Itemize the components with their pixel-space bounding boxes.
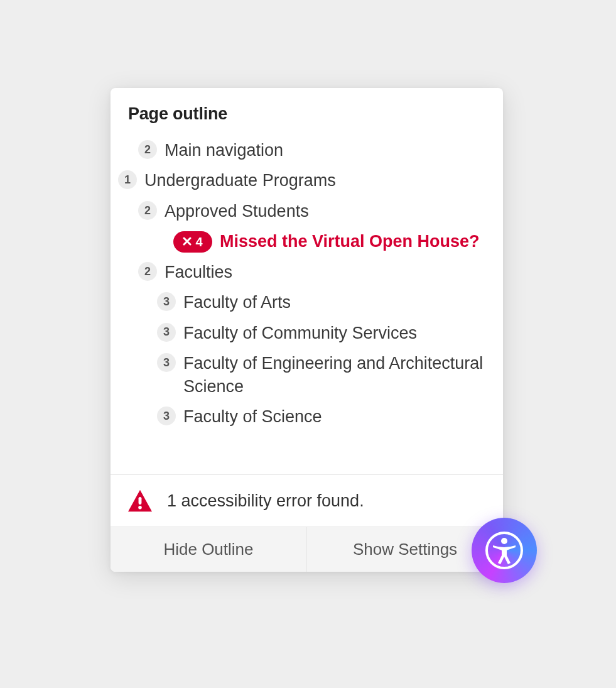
heading-level-badge: 2: [138, 140, 157, 159]
close-x-icon: [183, 236, 192, 248]
outline-item[interactable]: 3 Faculty of Engineering and Architectur…: [118, 348, 492, 401]
heading-level-badge: 2: [138, 201, 157, 220]
heading-level-badge: 1: [118, 170, 137, 189]
outline-item[interactable]: 3 Faculty of Community Services: [118, 318, 492, 348]
accessibility-fab[interactable]: [472, 518, 537, 583]
outline-item[interactable]: 2 Faculties: [118, 257, 492, 287]
svg-point-1: [138, 506, 142, 510]
heading-level-number: 4: [195, 234, 202, 251]
outline-item-label: Main navigation: [165, 139, 283, 161]
outline-scroll-area[interactable]: 2 Main navigation 1 Undergraduate Progra…: [111, 135, 503, 474]
outline-item[interactable]: 3 Faculty of Arts: [118, 287, 492, 317]
panel-title: Page outline: [111, 88, 503, 135]
heading-level-badge: 3: [157, 323, 176, 342]
alert-triangle-icon: [127, 489, 153, 513]
outline-item-label: Undergraduate Programs: [144, 169, 336, 192]
heading-level-badge: 3: [157, 292, 176, 311]
outline-item-error[interactable]: 4 Missed the Virtual Open House?: [118, 226, 492, 256]
outline-item[interactable]: 3 Faculty of Science: [118, 401, 492, 432]
status-message: 1 accessibility error found.: [167, 491, 364, 511]
outline-item-label: Faculty of Science: [183, 405, 322, 428]
outline-item-label: Faculty of Arts: [183, 291, 291, 314]
status-bar: 1 accessibility error found.: [111, 474, 503, 527]
outline-item[interactable]: 1 Undergraduate Programs: [118, 165, 492, 195]
heading-level-badge: 2: [138, 262, 157, 281]
svg-point-3: [501, 538, 507, 544]
heading-level-badge: 3: [157, 407, 176, 425]
outline-item-label: Missed the Virtual Open House?: [220, 230, 480, 253]
svg-rect-0: [139, 497, 142, 505]
page-outline-panel: Page outline 2 Main navigation 1 Undergr…: [111, 88, 503, 572]
outline-item-label: Faculty of Engineering and Architectural…: [183, 352, 492, 398]
outline-item-label: Approved Students: [165, 200, 309, 222]
hide-outline-button[interactable]: Hide Outline: [111, 527, 307, 572]
heading-level-badge-error: 4: [173, 231, 212, 253]
outline-item[interactable]: 2 Main navigation: [118, 135, 492, 165]
heading-level-badge: 3: [157, 353, 176, 372]
footer-button-row: Hide Outline Show Settings: [111, 527, 503, 572]
outline-item-label: Faculty of Community Services: [183, 322, 417, 344]
outline-item[interactable]: 2 Approved Students: [118, 196, 492, 226]
outline-item-label: Faculties: [165, 261, 232, 283]
accessibility-person-icon: [484, 530, 524, 571]
